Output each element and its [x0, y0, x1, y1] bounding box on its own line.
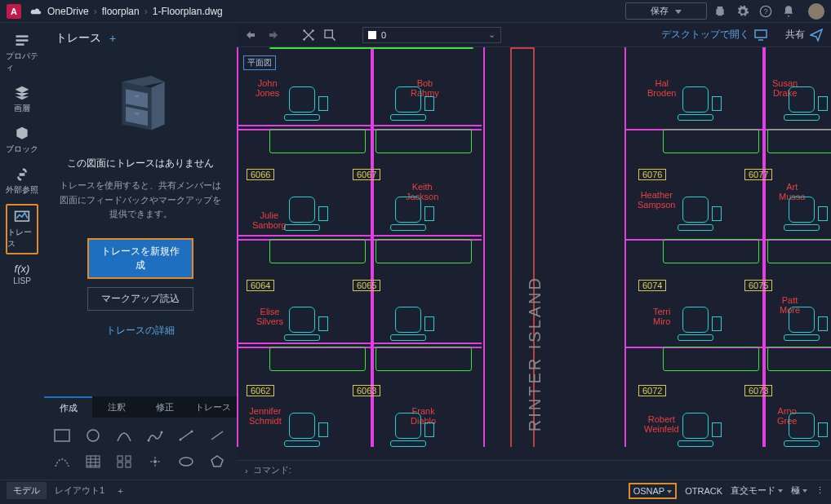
- empty-title: この図面にトレースはありません: [67, 157, 214, 170]
- create-trace-button[interactable]: トレースを新規作成: [87, 238, 193, 279]
- drawing-canvas[interactable]: 平面図 RINTER ISLAND: [237, 47, 831, 460]
- crumb-folder[interactable]: floorplan: [102, 6, 140, 17]
- svg-point-27: [312, 38, 314, 41]
- desk-icon: [284, 334, 320, 341]
- trace-details-link[interactable]: トレースの詳細: [106, 324, 175, 338]
- cross-icon[interactable]: [302, 29, 315, 42]
- pc-icon: [712, 422, 722, 437]
- avatar[interactable]: [808, 3, 824, 20]
- svg-marker-23: [211, 456, 223, 466]
- tool-rect[interactable]: [51, 426, 73, 445]
- bell-icon[interactable]: [782, 5, 795, 18]
- tool-polygon[interactable]: [206, 452, 229, 471]
- room-label: JulieSanborg: [252, 210, 287, 230]
- svg-rect-30: [755, 30, 767, 38]
- tool-ellipse[interactable]: [175, 452, 198, 471]
- pc-icon: [712, 206, 722, 221]
- otrack-toggle[interactable]: OTRACK: [685, 486, 722, 496]
- chevron-right-icon: ›: [245, 466, 248, 475]
- svg-point-24: [303, 29, 305, 32]
- desk-icon: [678, 334, 713, 341]
- help-icon[interactable]: ?: [759, 5, 772, 18]
- tool-arc[interactable]: [113, 426, 136, 445]
- room-number: 6073: [744, 385, 772, 396]
- svg-point-14: [191, 431, 193, 433]
- gear-icon[interactable]: [736, 5, 749, 18]
- island-label: RINTER ISLAND: [526, 276, 544, 431]
- svg-rect-19: [118, 462, 122, 467]
- tab-annotate[interactable]: 注釈: [92, 396, 140, 418]
- ortho-toggle[interactable]: 直交モード: [731, 484, 783, 497]
- tab-layout1[interactable]: レイアウト1: [48, 482, 111, 499]
- import-markup-button[interactable]: マークアップ読込: [87, 287, 193, 311]
- properties-icon: [13, 33, 31, 49]
- pc-icon: [424, 96, 434, 111]
- desk-icon: [390, 224, 426, 231]
- tool-point[interactable]: [144, 452, 167, 471]
- chevron-down-icon: [675, 10, 682, 14]
- desk-icon: [390, 114, 426, 121]
- room-label: JenniferSchmidt: [249, 406, 282, 426]
- add-layout-icon[interactable]: +: [113, 486, 127, 496]
- layers-icon: [13, 85, 31, 101]
- layer-swatch: [368, 31, 376, 39]
- tool-polyline[interactable]: [144, 426, 167, 445]
- chair-icon: [682, 86, 709, 113]
- pc-icon: [318, 316, 328, 331]
- tool-line[interactable]: [206, 426, 229, 445]
- svg-point-13: [180, 439, 182, 441]
- desk-icon: [284, 114, 320, 121]
- rail-properties[interactable]: プロパティ: [6, 29, 38, 77]
- svg-rect-7: [135, 113, 139, 115]
- tool-array[interactable]: [113, 452, 136, 471]
- add-trace-icon[interactable]: +: [109, 32, 116, 45]
- tool-spline[interactable]: [51, 452, 73, 471]
- command-line[interactable]: › コマンド:: [237, 460, 831, 480]
- svg-rect-20: [126, 462, 131, 467]
- lisp-icon: f(x): [15, 263, 30, 275]
- polar-toggle[interactable]: 極: [791, 484, 807, 497]
- rail-trace[interactable]: トレース: [6, 204, 38, 254]
- tool-circle[interactable]: [82, 426, 104, 445]
- main-area: プロパティ 画層 ブロック 外部参照 トレース f(x) LISP トレース +: [0, 23, 831, 480]
- share-button[interactable]: 共有: [785, 28, 823, 42]
- room-number: 6063: [353, 385, 380, 396]
- chair-icon: [289, 197, 315, 223]
- tab-trace[interactable]: トレース: [189, 396, 237, 418]
- print-icon[interactable]: [713, 5, 727, 18]
- xref-icon: [13, 166, 31, 183]
- more-icon[interactable]: ⋮: [815, 485, 824, 496]
- svg-rect-17: [118, 456, 122, 461]
- rail-xref[interactable]: 外部参照: [6, 163, 38, 199]
- tab-model[interactable]: モデル: [7, 482, 47, 499]
- rail-lisp[interactable]: f(x) LISP: [6, 259, 38, 289]
- osnap-toggle[interactable]: OSNAP: [629, 483, 678, 499]
- rail-blocks[interactable]: ブロック: [6, 122, 38, 158]
- room-label: JohnJones: [256, 78, 279, 98]
- save-button[interactable]: 保存: [625, 2, 707, 20]
- desk-icon: [678, 224, 713, 231]
- tool-line-pts[interactable]: [175, 426, 198, 445]
- crumb-root[interactable]: OneDrive: [47, 6, 89, 17]
- room-number: 6064: [247, 280, 274, 291]
- room-number: 6066: [247, 169, 274, 180]
- room-number: 6075: [744, 280, 772, 291]
- chair-icon: [395, 413, 421, 439]
- rail-layers[interactable]: 画層: [6, 82, 38, 117]
- tool-hatch[interactable]: [82, 452, 104, 471]
- zoom-icon[interactable]: [323, 29, 336, 42]
- top-bar: A OneDrive › floorplan › 1-Floorplan.dwg…: [0, 0, 831, 23]
- tab-create[interactable]: 作成: [44, 396, 92, 418]
- tab-modify[interactable]: 修正: [140, 396, 189, 418]
- crumb-sep: ›: [144, 6, 148, 17]
- crumb-file[interactable]: 1-Floorplan.dwg: [153, 6, 223, 17]
- open-desktop-link[interactable]: デスクトップで開く: [661, 28, 767, 42]
- chair-icon: [789, 86, 815, 113]
- room-number: 6074: [638, 280, 666, 291]
- layer-name: 0: [381, 30, 386, 40]
- redo-icon[interactable]: [266, 29, 279, 42]
- desk-icon: [784, 224, 820, 231]
- undo-icon[interactable]: [245, 29, 258, 42]
- layer-selector[interactable]: 0 ⌄: [362, 27, 501, 43]
- chair-icon: [789, 413, 815, 439]
